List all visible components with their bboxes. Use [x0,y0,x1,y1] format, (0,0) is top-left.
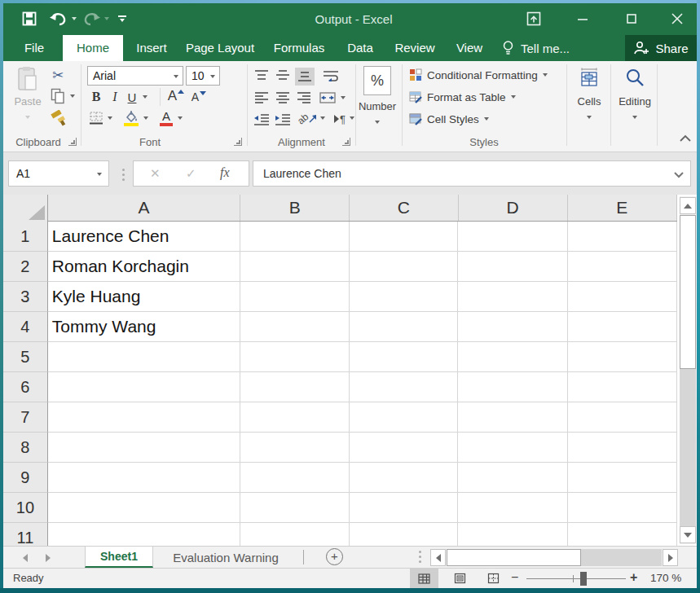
grid-cell-B8[interactable] [240,433,350,463]
grid-cell-B2[interactable] [240,252,350,282]
grid-cell-D2[interactable] [458,252,567,282]
decrease-indent-button[interactable] [253,112,271,128]
scroll-up-button[interactable] [680,197,696,214]
tab-file[interactable]: File [11,35,57,61]
underline-dropdown[interactable] [143,95,147,99]
formula-bar-resize-handle[interactable] [122,169,125,171]
grid-cell-E11[interactable] [568,523,677,546]
bold-button[interactable]: B [88,88,104,106]
formula-input[interactable]: Laurence Chen [253,160,691,187]
grid-cell-E9[interactable] [568,463,677,493]
grid-cell-E7[interactable] [568,402,677,433]
grid-cell-C10[interactable] [350,493,458,523]
grid-cell-D9[interactable] [458,463,567,493]
merge-center-button[interactable] [318,90,337,106]
format-painter-button[interactable] [49,108,67,128]
row-header-6[interactable]: 6 [3,372,48,402]
select-all-corner[interactable] [3,195,48,222]
increase-font-size-button[interactable]: A [166,86,186,106]
grid-cell-C5[interactable] [350,342,458,372]
cells-group-button[interactable]: Cells [571,66,607,122]
add-sheet-button[interactable]: + [326,548,343,565]
grid-cell-C9[interactable] [350,463,458,493]
scroll-right-button[interactable] [663,549,678,566]
grid-cell-A8[interactable] [48,433,240,463]
maximize-button[interactable] [620,8,643,29]
horizontal-scroll-thumb[interactable] [447,549,581,566]
column-header-B[interactable]: B [240,195,350,221]
number-group-button[interactable]: % Number [352,66,403,127]
vertical-scroll-thumb[interactable] [680,215,696,369]
ribbon-display-options-button[interactable] [523,8,544,29]
grid-cell-A3[interactable]: Kyle Huang [48,282,240,312]
font-color-button[interactable]: A [158,108,174,128]
grid-cell-A6[interactable] [48,372,240,402]
borders-button[interactable] [88,110,104,126]
underline-button[interactable]: U [124,88,140,106]
row-header-5[interactable]: 5 [3,342,48,372]
grid-cell-A7[interactable] [48,402,240,433]
vertical-scrollbar[interactable] [680,196,697,544]
row-header-8[interactable]: 8 [3,433,48,463]
conditional-formatting-button[interactable]: Conditional Formatting [409,68,548,81]
wrap-text-button[interactable] [321,68,341,84]
redo-dropdown[interactable] [103,15,111,23]
grid-cell-C1[interactable] [350,222,458,252]
grid-cell-E3[interactable] [568,282,677,312]
grid-cell-D8[interactable] [458,433,567,463]
grid-cell-D3[interactable] [458,282,567,312]
row-header-4[interactable]: 4 [3,312,48,342]
tab-home[interactable]: Home [63,35,123,61]
normal-view-button[interactable] [410,569,438,588]
font-size-select[interactable]: 10 [186,66,220,86]
grid-cell-B3[interactable] [240,282,350,312]
grid-cell-C8[interactable] [350,433,458,463]
orientation-dropdown[interactable] [320,116,325,120]
zoom-in-button[interactable]: + [630,570,637,585]
align-top-button[interactable] [253,68,271,84]
grid-cell-A10[interactable] [48,493,240,523]
grid-cell-C3[interactable] [350,282,458,312]
row-header-3[interactable]: 3 [3,282,48,312]
increase-indent-button[interactable] [274,112,292,128]
grid-cell-B9[interactable] [240,463,350,493]
grid-cell-A5[interactable] [48,342,240,372]
insert-function-icon[interactable]: fx [220,165,230,180]
grid-cell-E4[interactable] [568,312,677,342]
page-layout-view-button[interactable] [446,569,474,588]
grid-cell-C2[interactable] [350,252,458,282]
grid-cell-A1[interactable]: Laurence Chen [48,222,240,252]
font-name-select[interactable]: Arial [87,66,183,86]
copy-dropdown[interactable] [70,94,75,98]
grid-cell-E1[interactable] [568,222,677,252]
align-right-button[interactable] [295,90,313,106]
grid-cell-C6[interactable] [350,372,458,402]
tab-view[interactable]: View [447,35,492,61]
tab-page-layout[interactable]: Page Layout [179,35,261,61]
column-header-D[interactable]: D [459,195,568,221]
fill-color-dropdown[interactable] [143,116,148,120]
cancel-icon[interactable]: ✕ [150,166,161,181]
borders-dropdown[interactable] [108,116,112,120]
next-sheet-button[interactable] [46,554,51,562]
format-as-table-button[interactable]: Format as Table [409,90,516,103]
tab-data[interactable]: Data [337,35,383,61]
align-center-button[interactable] [274,90,292,106]
editing-group-button[interactable]: Editing [614,66,655,122]
share-button[interactable]: Share [625,35,697,61]
expand-formula-bar-icon[interactable] [674,172,684,178]
sheet-tab-evaluation-warning[interactable]: Evaluation Warning [153,547,298,568]
close-button[interactable] [665,8,689,29]
grid-cell-B5[interactable] [240,342,350,372]
customize-quick-access-button[interactable] [116,10,129,28]
merge-center-dropdown[interactable] [341,96,346,99]
alignment-dialog-launcher[interactable] [342,138,350,146]
row-header-7[interactable]: 7 [3,402,48,433]
tell-me-box[interactable]: Tell me... [502,35,570,61]
grid-cell-B7[interactable] [240,402,350,433]
row-header-10[interactable]: 10 [3,493,48,523]
grid-cell-A2[interactable]: Roman Korchagin [48,252,240,282]
grid-cell-D5[interactable] [458,342,567,372]
font-dialog-launcher[interactable] [234,138,242,146]
undo-button[interactable] [47,7,68,30]
